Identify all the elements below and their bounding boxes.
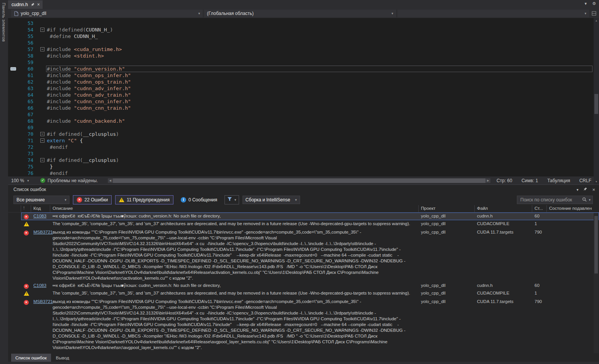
code-line[interactable]: 72 #endif bbox=[8, 144, 599, 150]
fold-margin[interactable] bbox=[40, 85, 46, 92]
glyph-margin[interactable] bbox=[8, 46, 17, 53]
fold-collapse-icon[interactable]: − bbox=[40, 28, 45, 32]
fold-margin[interactable]: − bbox=[40, 131, 46, 137]
glyph-margin[interactable] bbox=[8, 85, 17, 92]
search-icon[interactable] bbox=[582, 196, 587, 203]
glyph-margin[interactable] bbox=[8, 98, 17, 105]
glyph-margin[interactable] bbox=[8, 137, 17, 144]
glyph-margin[interactable] bbox=[8, 170, 17, 176]
error-row-body[interactable]: ×MSB3721выход из команды ""C:\Program Fi… bbox=[21, 229, 599, 282]
errorlist-scrollbar-thumb[interactable] bbox=[594, 216, 598, 273]
code-line[interactable]: 56 bbox=[8, 40, 599, 46]
fold-margin[interactable] bbox=[40, 72, 46, 79]
col-line[interactable]: Ст... bbox=[532, 205, 547, 212]
pin-icon[interactable] bbox=[31, 3, 35, 7]
search-input[interactable] bbox=[520, 197, 580, 203]
fold-margin[interactable] bbox=[40, 98, 46, 105]
code-line[interactable]: 62#include "cudnn_ops_train.h" bbox=[8, 79, 599, 85]
member-dropdown[interactable]: ▾ bbox=[398, 10, 589, 17]
error-row-body[interactable]: !The 'compute_35', 'compute_37', 'sm_35'… bbox=[21, 220, 599, 229]
code-line[interactable]: 66#include "cudnn_cnn_train.h" bbox=[8, 105, 599, 111]
glyph-margin[interactable] bbox=[8, 144, 17, 150]
error-row[interactable]: ×C1083═х єфрхЄё юЄъЁ√Є№ Їрщы тъы■ўхэшх: … bbox=[8, 282, 599, 290]
code-line[interactable]: 67 bbox=[8, 111, 599, 118]
error-row[interactable]: ×C1083═х єфрхЄё юЄъЁ√Є№ Їрщы тъы■ўхэшх: … bbox=[8, 212, 599, 220]
code-line[interactable]: 64#include "cudnn_adv_train.h" bbox=[8, 92, 599, 98]
col-severity[interactable]: ! bbox=[21, 205, 31, 212]
col-suppression[interactable]: Состояние подавлен bbox=[547, 205, 599, 212]
code-line[interactable]: 58#include <stdint.h> bbox=[8, 53, 599, 59]
glyph-margin[interactable] bbox=[8, 33, 17, 40]
error-row-body[interactable]: ×C1083═х єфрхЄё юЄъЁ√Є№ Їрщы тъы■ўхэшх: … bbox=[21, 282, 599, 290]
fold-margin[interactable]: − bbox=[40, 137, 46, 144]
project-dropdown[interactable]: yolo_cpp_dll ▾ bbox=[11, 10, 203, 17]
glyph-margin[interactable] bbox=[8, 66, 17, 72]
fold-margin[interactable] bbox=[40, 105, 46, 111]
glyph-margin[interactable] bbox=[8, 131, 17, 137]
errorlist-scrollbar[interactable] bbox=[594, 213, 599, 353]
caret-down-icon[interactable]: ▾ bbox=[589, 198, 591, 202]
fold-collapse-icon[interactable]: − bbox=[40, 132, 45, 136]
glyph-margin[interactable] bbox=[8, 72, 17, 79]
scope-filter-dropdown[interactable]: Все решение ▾ bbox=[13, 196, 69, 204]
glyph-margin[interactable] bbox=[8, 157, 17, 163]
col-code[interactable]: Код bbox=[31, 205, 50, 212]
code-line[interactable]: 61#include "cudnn_ops_infer.h" bbox=[8, 72, 599, 79]
code-line[interactable]: 63#include "cudnn_adv_infer.h" bbox=[8, 85, 599, 92]
settings-gear-icon[interactable]: ⚙ bbox=[592, 1, 596, 6]
error-code-link[interactable]: C1083 bbox=[33, 214, 46, 218]
error-code-link[interactable]: C1083 bbox=[33, 283, 46, 288]
zoom-control[interactable]: 100 % ▾ bbox=[11, 178, 35, 183]
glyph-margin[interactable] bbox=[8, 59, 17, 66]
code-line[interactable]: 75 } bbox=[8, 163, 599, 170]
scroll-left-icon[interactable]: ◀ bbox=[108, 178, 112, 183]
status-eol-mode[interactable]: CRLF bbox=[579, 178, 591, 183]
scroll-down-icon[interactable]: ▼ bbox=[594, 179, 599, 184]
glyph-margin[interactable] bbox=[8, 111, 17, 118]
close-icon[interactable]: × bbox=[37, 2, 40, 7]
fold-margin[interactable]: − bbox=[40, 26, 46, 33]
hscroll-thumb[interactable] bbox=[113, 178, 485, 183]
fold-margin[interactable]: − bbox=[40, 157, 46, 163]
glyph-margin[interactable] bbox=[8, 40, 17, 46]
source-dropdown[interactable]: Сборка и IntelliSense ▾ bbox=[243, 196, 300, 204]
toolbox-tab[interactable]: Панель элементов bbox=[2, 3, 6, 42]
tab-cudnn-h[interactable]: cudnn.h × bbox=[8, 0, 43, 9]
fold-margin[interactable] bbox=[40, 111, 46, 118]
code-line[interactable]: 57−#include <cuda_runtime.h> bbox=[8, 46, 599, 53]
editor-scrollbar-thumb[interactable] bbox=[594, 94, 598, 114]
code-line[interactable]: 76 #endif bbox=[8, 170, 599, 176]
editor-vertical-scrollbar[interactable]: ▲ ▼ bbox=[594, 18, 599, 184]
fold-collapse-icon[interactable]: − bbox=[40, 138, 45, 143]
code-line[interactable]: 53 bbox=[8, 20, 599, 26]
glyph-margin[interactable] bbox=[8, 163, 17, 170]
glyph-margin[interactable] bbox=[8, 124, 17, 131]
error-row[interactable]: ×MSB3721выход из команды ""C:\Program Fi… bbox=[8, 229, 599, 282]
tab-list-caret-icon[interactable]: ▾ bbox=[585, 1, 587, 6]
scroll-right-icon[interactable]: ▶ bbox=[486, 178, 490, 183]
fold-margin[interactable] bbox=[40, 118, 46, 124]
fold-margin[interactable] bbox=[40, 40, 46, 46]
messages-filter-button[interactable]: i 0 Сообщения bbox=[177, 195, 221, 204]
scroll-up-icon[interactable]: ▲ bbox=[594, 18, 599, 23]
fold-margin[interactable] bbox=[40, 79, 46, 85]
error-row-body[interactable]: !The 'compute_35', 'compute_37', 'sm_35'… bbox=[21, 290, 599, 298]
error-row[interactable]: !The 'compute_35', 'compute_37', 'sm_35'… bbox=[8, 290, 599, 298]
error-row-body[interactable]: ×MSB3721выход из команды ""C:\Program Fi… bbox=[21, 298, 599, 351]
warnings-filter-button[interactable]: ! 11 Предупреждения bbox=[115, 195, 173, 204]
fold-margin[interactable] bbox=[40, 163, 46, 170]
errors-filter-button[interactable]: × 22 Ошибки bbox=[73, 195, 112, 204]
tab-error-list[interactable]: Список ошибок bbox=[11, 354, 51, 362]
glyph-margin[interactable] bbox=[8, 105, 17, 111]
glyph-margin[interactable] bbox=[8, 118, 17, 124]
fold-collapse-icon[interactable]: − bbox=[40, 47, 45, 51]
close-icon[interactable]: × bbox=[592, 187, 595, 193]
code-line[interactable]: 54−#if !defined(CUDNN_H_) bbox=[8, 26, 599, 33]
filter-button[interactable]: ▾ bbox=[224, 195, 239, 204]
code-line[interactable]: 71−extern "C" { bbox=[8, 137, 599, 144]
code-line[interactable]: 60#include "cudnn_version.h" bbox=[8, 66, 599, 72]
fold-collapse-icon[interactable]: − bbox=[40, 158, 45, 162]
glyph-margin[interactable] bbox=[8, 79, 17, 85]
fold-margin[interactable] bbox=[40, 53, 46, 59]
fold-margin[interactable] bbox=[40, 150, 46, 157]
